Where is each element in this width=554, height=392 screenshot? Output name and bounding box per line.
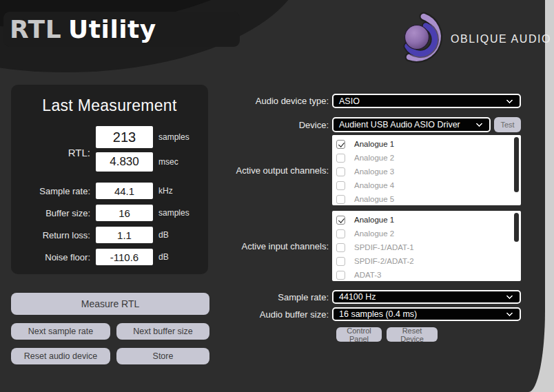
buffer-size-value: 16 — [96, 205, 153, 221]
rtl-msec-value: 4.830 — [96, 152, 153, 172]
checkbox-icon — [336, 140, 345, 149]
sample-rate-label: Sample rate: — [11, 183, 90, 199]
audio-buffer-size-value: 16 samples (0.4 ms) — [339, 309, 417, 319]
store-button[interactable]: Store — [116, 348, 209, 364]
channel-label: ADAT-3 — [354, 271, 381, 279]
active-input-channels-label: Active input channels: — [207, 211, 329, 281]
return-loss-value: 1.1 — [96, 227, 153, 243]
form-sample-rate-label: Sample rate: — [207, 290, 329, 304]
audio-device-type-value: ASIO — [339, 96, 360, 106]
output-channel-row[interactable]: Analogue 2 — [336, 152, 394, 164]
chevron-down-icon — [476, 121, 483, 127]
output-channels-listbox: Analogue 1 Analogue 2 Analogue 3 Analogu… — [332, 135, 521, 205]
checkbox-icon — [336, 154, 345, 163]
rtl-msec-unit: msec — [158, 152, 178, 172]
input-channel-row[interactable]: SPDIF-2/ADAT-2 — [336, 255, 414, 267]
sample-rate-select[interactable]: 44100 Hz — [332, 290, 521, 304]
checkbox-icon — [336, 181, 345, 190]
checkbox-icon — [336, 195, 345, 204]
rtl-label: RTL: — [11, 143, 90, 162]
buffer-size-unit: samples — [158, 205, 189, 221]
chevron-down-icon — [506, 293, 513, 300]
checkbox-icon — [336, 216, 345, 225]
checkbox-icon — [336, 243, 345, 252]
oblique-audio-logo: OBLIQUE AUDIO — [397, 7, 551, 68]
chevron-down-icon — [506, 96, 513, 103]
channel-label: Analogue 2 — [354, 154, 394, 162]
next-sample-rate-button[interactable]: Next sample rate — [11, 323, 110, 340]
output-channel-row[interactable]: Analogue 4 — [336, 179, 394, 192]
active-output-channels-label: Active output channels: — [207, 135, 329, 205]
device-value: Audient USB Audio ASIO Driver — [339, 120, 460, 130]
app-title-bar: RTL Utility — [3, 12, 240, 47]
app-title-utility: Utility — [68, 17, 156, 42]
last-measurement-title: Last Measurement — [11, 96, 208, 115]
input-list-scrollbar[interactable] — [514, 213, 519, 242]
brand-name: OBLIQUE AUDIO — [451, 33, 551, 45]
checkbox-icon — [336, 167, 345, 176]
input-channel-row[interactable]: Analogue 2 — [336, 227, 394, 240]
return-loss-unit: dB — [158, 227, 169, 243]
test-button[interactable]: Test — [494, 117, 521, 132]
rtl-samples-unit: samples — [158, 126, 189, 148]
noise-floor-unit: dB — [158, 249, 169, 265]
output-channel-row[interactable]: Analogue 1 — [336, 138, 394, 150]
next-buffer-size-button[interactable]: Next buffer size — [116, 323, 209, 340]
input-channel-row[interactable]: ADAT-3 — [336, 269, 381, 281]
channel-label: Analogue 3 — [354, 167, 394, 176]
device-select[interactable]: Audient USB Audio ASIO Driver — [332, 117, 491, 132]
noise-floor-value: -110.6 — [96, 249, 153, 265]
rtl-samples-value: 213 — [96, 126, 153, 148]
audio-buffer-size-label: Audio buffer size: — [207, 307, 329, 321]
checkbox-icon — [336, 271, 345, 280]
device-label: Device: — [207, 117, 329, 132]
app-title-rtl: RTL — [10, 17, 61, 42]
noise-floor-label: Noise floor: — [11, 249, 90, 265]
input-channels-listbox: Analogue 1 Analogue 2 SPDIF-1/ADAT-1 SPD… — [332, 211, 521, 281]
buffer-size-label: Buffer size: — [11, 205, 90, 221]
input-channel-row[interactable]: SPDIF-1/ADAT-1 — [336, 241, 414, 254]
channel-label: Analogue 2 — [354, 229, 394, 238]
sample-rate-value: 44.1 — [96, 183, 153, 199]
output-channel-row[interactable]: Analogue 5 — [336, 193, 394, 205]
reset-audio-device-button[interactable]: Reset audio device — [11, 348, 110, 364]
audio-device-type-label: Audio device type: — [207, 94, 329, 108]
audio-buffer-size-select[interactable]: 16 samples (0.4 ms) — [332, 307, 521, 321]
control-panel-button[interactable]: Control Panel — [336, 327, 382, 342]
channel-label: SPDIF-2/ADAT-2 — [354, 257, 414, 265]
channel-label: SPDIF-1/ADAT-1 — [354, 243, 414, 251]
return-loss-label: Return loss: — [11, 227, 90, 243]
audio-device-type-select[interactable]: ASIO — [332, 94, 521, 108]
channel-label: Analogue 1 — [354, 140, 394, 148]
output-channel-row[interactable]: Analogue 3 — [336, 165, 394, 178]
output-list-scrollbar[interactable] — [514, 137, 519, 192]
checkbox-icon — [336, 229, 345, 238]
measure-rtl-button[interactable]: Measure RTL — [11, 293, 209, 315]
rtl-utility-app: RTL Utility OBLIQUE AUDIO Last Measureme… — [0, 0, 554, 392]
input-channel-row[interactable]: Analogue 1 — [336, 214, 394, 226]
chevron-down-icon — [506, 310, 513, 317]
sample-rate-unit: kHz — [158, 183, 173, 199]
checkbox-icon — [336, 257, 345, 266]
reset-device-button[interactable]: Reset Device — [387, 327, 438, 342]
channel-label: Analogue 1 — [354, 216, 394, 224]
last-measurement-panel: Last Measurement 213 samples RTL: 4.830 … — [11, 85, 208, 274]
channel-label: Analogue 4 — [354, 181, 394, 189]
sample-rate-value: 44100 Hz — [339, 292, 376, 302]
channel-label: Analogue 5 — [354, 195, 394, 203]
sound-wave-logo-icon — [397, 7, 447, 68]
